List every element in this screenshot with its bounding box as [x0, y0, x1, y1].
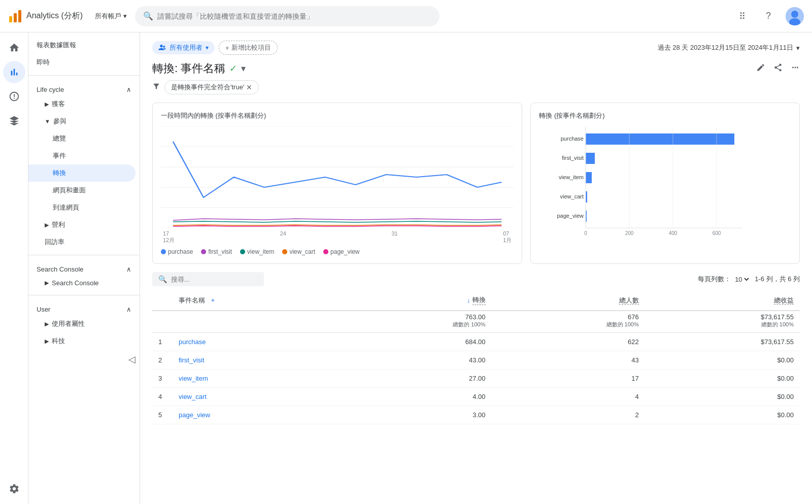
- table-search-input[interactable]: [171, 276, 256, 283]
- nav-section-lifecycle[interactable]: Life cycle ∧: [28, 80, 140, 95]
- nav-realtime[interactable]: 即時: [28, 54, 136, 71]
- col-header-users[interactable]: 總人數: [492, 290, 645, 311]
- legend-first-visit: first_visit: [201, 248, 232, 255]
- line-chart-card: 一段時間內的轉換 (按事件名稱劃分) 100 80 60 40 20 0: [152, 103, 522, 264]
- svg-rect-0: [9, 16, 12, 22]
- nav-user-attributes[interactable]: ▶ 使用者屬性: [28, 315, 136, 332]
- search-input[interactable]: [157, 12, 431, 20]
- table-section: 🔍 每頁列數： 10 25 50 1-6 列，共 6 列: [152, 272, 800, 424]
- nav-overview-label: 總覽: [53, 134, 66, 143]
- nav-reports-label: 報表數據匯報: [37, 41, 76, 50]
- topbar: Analytics (分析) 所有帳戶 ▾ 🔍 ⠿ ?: [0, 0, 812, 32]
- title-chevron[interactable]: ▾: [241, 63, 246, 74]
- date-range[interactable]: 過去 28 天 2023年12月15日至 2024年1月11日 ▾: [658, 43, 800, 52]
- svg-text:200: 200: [625, 230, 634, 236]
- nav-engagement-label: 參與: [53, 117, 66, 126]
- row-2-link[interactable]: first_visit: [179, 356, 205, 364]
- table-row: 5 page_view 3.00 2 $0.00: [152, 406, 800, 424]
- nav-collapse[interactable]: ◁: [28, 350, 140, 365]
- edit-icon[interactable]: [756, 63, 765, 75]
- table-row: 1 purchase 684.00 622 $73,617.55: [152, 333, 800, 351]
- nav-overview[interactable]: 總覽: [28, 130, 136, 147]
- nav-events[interactable]: 事件: [28, 147, 136, 164]
- row-4-revenue: $0.00: [645, 388, 800, 406]
- apps-icon[interactable]: ⠿: [733, 7, 751, 25]
- nav-acquisition[interactable]: ▶ 獲客: [28, 95, 136, 113]
- avatar[interactable]: [786, 7, 804, 25]
- help-icon[interactable]: ?: [759, 7, 777, 25]
- nav-landing[interactable]: 到達網頁: [28, 199, 136, 216]
- nav-conversions[interactable]: 轉換: [28, 164, 136, 182]
- bar-view-item: [586, 172, 592, 183]
- add-comparison-btn[interactable]: + 新增比較項目: [219, 41, 278, 55]
- legend-view-cart: view_cart: [282, 248, 315, 255]
- more-icon[interactable]: [791, 63, 800, 75]
- nav-reports-header[interactable]: 報表數據匯報: [28, 37, 136, 54]
- rows-per-page[interactable]: 每頁列數： 10 25 50: [698, 275, 751, 284]
- nav-section-search-console[interactable]: Search Console ∧: [28, 259, 140, 275]
- svg-text:0: 0: [585, 230, 588, 236]
- segment-chip[interactable]: 所有使用者 ▾: [152, 41, 215, 54]
- row-5-name: page_view: [173, 406, 338, 424]
- nav-search-console-section-label: Search Console: [37, 265, 84, 273]
- search-bar[interactable]: 🔍: [135, 6, 439, 26]
- x-label-17: 1712月: [163, 230, 175, 244]
- nav-divider-2: [28, 255, 140, 255]
- account-selector[interactable]: 所有帳戶 ▾: [95, 12, 127, 21]
- rows-per-page-select[interactable]: 10 25 50: [733, 275, 751, 284]
- legend-view-item: view_item: [240, 248, 274, 255]
- add-comparison-label: 新增比較項目: [231, 43, 271, 52]
- nav-pages[interactable]: 網頁和畫面: [28, 182, 136, 199]
- left-nav: 報表數據匯報 即時 Life cycle ∧ ▶ 獲客 ▼ 參與 總覽 事件 轉…: [28, 32, 140, 504]
- bar-first-visit: [586, 153, 595, 164]
- filter-close-icon[interactable]: ✕: [246, 83, 252, 91]
- row-1-users: 622: [492, 333, 645, 351]
- date-chevron: ▾: [796, 44, 800, 52]
- table-search-icon: 🔍: [158, 275, 167, 283]
- nav-section-user[interactable]: User ∧: [28, 299, 140, 315]
- bar-chart-title: 轉換 (按事件名稱劃分): [539, 111, 791, 120]
- row-3-link[interactable]: view_item: [179, 375, 208, 382]
- nav-icon-settings[interactable]: [3, 478, 25, 500]
- add-column-icon[interactable]: +: [211, 296, 215, 304]
- line-chart-svg: 100 80 60 40 20 0: [161, 126, 514, 228]
- row-1-link[interactable]: purchase: [179, 338, 206, 346]
- svg-point-7: [163, 46, 165, 48]
- nav-monetization[interactable]: ▶ 營利: [28, 216, 136, 233]
- row-3-num: 3: [152, 369, 173, 388]
- row-3-revenue: $0.00: [645, 369, 800, 388]
- nav-tech[interactable]: ▶ 科技: [28, 332, 136, 350]
- left-icon-strip: [0, 32, 28, 504]
- row-3-name: view_item: [173, 369, 338, 388]
- main-layout: 報表數據匯報 即時 Life cycle ∧ ▶ 獲客 ▼ 參與 總覽 事件 轉…: [0, 32, 812, 504]
- col-header-revenue[interactable]: 總收益: [645, 290, 800, 311]
- nav-retention[interactable]: 回訪率: [28, 233, 136, 251]
- nav-search-console-item[interactable]: ▶ Search Console: [28, 275, 136, 291]
- segment-label: 所有使用者: [170, 43, 202, 52]
- nav-engagement[interactable]: ▼ 參與: [28, 113, 136, 130]
- total-conversions-sub: 總數的 100%: [453, 321, 485, 327]
- svg-text:first_visit: first_visit: [562, 155, 584, 161]
- row-4-link[interactable]: view_cart: [179, 393, 207, 400]
- legend-label-view-cart: view_cart: [289, 248, 315, 255]
- chevron-right-icon-monetization: ▶: [45, 222, 49, 228]
- nav-icon-ads[interactable]: [3, 110, 25, 132]
- title-actions: [756, 63, 800, 75]
- row-1-revenue: $73,617.55: [645, 333, 800, 351]
- nav-icon-explore[interactable]: [3, 85, 25, 108]
- col-header-conversions[interactable]: ↓ 轉換: [338, 290, 491, 311]
- segment-chevron: ▾: [206, 44, 209, 51]
- row-5-link[interactable]: page_view: [179, 411, 210, 419]
- total-users: 676: [498, 313, 639, 321]
- chevron-up-icon-user: ∧: [126, 306, 131, 313]
- svg-rect-1: [14, 13, 17, 22]
- share-icon[interactable]: [773, 63, 783, 75]
- table-search[interactable]: 🔍: [152, 272, 264, 286]
- legend-dot-page-view: [323, 249, 328, 254]
- account-label: 所有帳戶: [95, 12, 121, 21]
- svg-text:view_cart: view_cart: [560, 193, 584, 199]
- filter-chip[interactable]: 是轉換事件完全符合'true' ✕: [164, 80, 259, 94]
- nav-icon-reports[interactable]: [3, 61, 25, 83]
- col-header-event-name[interactable]: 事件名稱 +: [173, 290, 338, 311]
- nav-icon-home[interactable]: [3, 37, 25, 59]
